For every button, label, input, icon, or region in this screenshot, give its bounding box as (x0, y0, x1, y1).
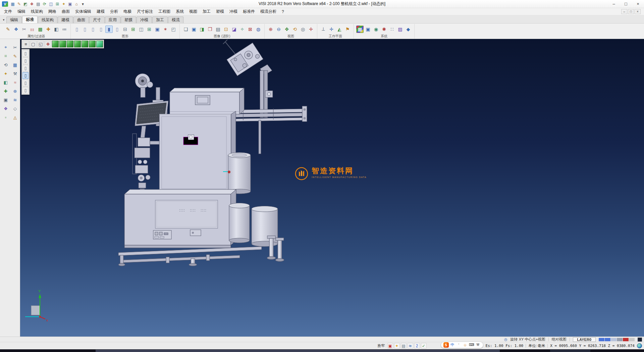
menu-item[interactable]: 线架构 (28, 8, 46, 15)
tool-icon[interactable]: ⟂ (320, 26, 327, 33)
tool-icon[interactable]: ◇ (11, 105, 19, 112)
tool-icon[interactable]: ◎ (299, 26, 307, 33)
layer-color-swatch[interactable] (611, 338, 616, 341)
tool-icon[interactable]: ✂ (20, 26, 28, 33)
menu-item[interactable]: 实体编辑 (72, 8, 94, 15)
tab[interactable]: 尺寸 (89, 16, 105, 23)
tool-icon[interactable]: ✚ (45, 26, 52, 33)
tab-overflow-caret-icon[interactable]: ▼ (1, 18, 6, 23)
clipboard-icon[interactable]: ▯ (22, 50, 29, 57)
tool-icon[interactable]: ⊡ (222, 26, 230, 33)
tool-icon[interactable]: ≋ (11, 96, 19, 103)
clipboard-icon[interactable]: ▯ (22, 72, 29, 79)
view-cube-active-icon[interactable] (96, 41, 103, 47)
tool-icon[interactable]: ▣ (2, 96, 9, 103)
tool-icon[interactable]: ⊞ (146, 26, 153, 33)
tab[interactable]: 冲模 (137, 16, 152, 23)
menu-item[interactable]: 视图 (186, 8, 200, 15)
layer-selector[interactable]: LAYER0 (573, 337, 596, 342)
menu-item[interactable]: ? (279, 9, 287, 15)
viewport-split-icon[interactable]: ◱ (37, 41, 44, 47)
tool-icon[interactable]: ✛ (328, 26, 335, 33)
layer-color-swatch[interactable] (605, 338, 610, 341)
absolute-view-label[interactable]: 绝对视图 (552, 337, 567, 342)
view-mode-icon[interactable]: ◎ (504, 337, 507, 342)
tool-icon[interactable]: ❏ (182, 26, 190, 33)
clipboard-icon[interactable]: ▯ (22, 80, 29, 86)
tool-icon[interactable]: ▣ (154, 26, 161, 33)
upper-cabinet[interactable] (170, 88, 244, 114)
tank-a[interactable] (229, 203, 250, 243)
tab[interactable]: 应用 (105, 16, 120, 23)
ime-toolbox-icon[interactable]: ⚒ (475, 342, 481, 348)
viewport-window-icon[interactable]: ▢ (30, 41, 37, 47)
qa-shade-icon[interactable]: ◩ (22, 1, 29, 7)
ime-punct-icon[interactable]: ’ (456, 342, 462, 348)
view-mode-label[interactable]: 旋转 XY 中心点+视图 (511, 337, 545, 342)
tool-icon[interactable]: ⊕ (267, 26, 274, 33)
top-bracket-assembly[interactable] (227, 43, 263, 76)
tool-icon[interactable]: ◪ (230, 26, 238, 33)
tool-icon[interactable]: ⚑ (344, 26, 351, 33)
view-cube-iso-2-icon[interactable] (59, 41, 66, 47)
tool-icon[interactable]: ▯ (97, 26, 105, 33)
menu-item[interactable]: 尺寸标注 (134, 8, 156, 15)
tool-icon[interactable]: ≈ (11, 79, 19, 86)
menu-item[interactable]: 文件 (1, 8, 15, 15)
status-flag-icon[interactable]: ▣ (387, 343, 393, 349)
globe-icon[interactable] (637, 343, 642, 348)
menu-item[interactable]: 曲面 (59, 8, 72, 15)
qa-home-icon[interactable]: ⌂ (73, 1, 79, 7)
tool-icon[interactable]: ⊠ (247, 26, 254, 33)
clipboard-icon[interactable]: ▯ (22, 65, 29, 72)
feeder-reel[interactable] (135, 74, 153, 97)
view-cube-iso-1-icon[interactable] (52, 41, 59, 47)
tool-icon[interactable]: ▩ (37, 26, 44, 33)
tool-icon[interactable]: ✦ (2, 70, 9, 77)
tool-icon[interactable]: ◰ (170, 26, 177, 33)
menu-item[interactable]: 塑模 (213, 8, 227, 15)
qa-layers-icon[interactable]: ▤ (35, 1, 41, 7)
clipboard-icon[interactable]: ▯ (22, 57, 29, 64)
tool-icon[interactable]: ◆ (405, 26, 412, 33)
qa-frame-icon[interactable]: ▣ (67, 1, 73, 7)
view-cube-side-icon[interactable] (82, 41, 88, 47)
tool-icon[interactable]: ❒ (206, 26, 214, 33)
tool-icon[interactable]: ✎ (4, 26, 12, 33)
close-button[interactable]: × (632, 0, 644, 8)
tab[interactable]: 线架构 (38, 16, 57, 23)
menu-item[interactable]: 系统 (173, 8, 186, 15)
tool-icon[interactable]: ▣ (364, 26, 372, 33)
tool-icon[interactable]: ▯ (81, 26, 89, 33)
menu-item[interactable]: 电极 (121, 8, 134, 15)
tool-icon[interactable]: ▮ (105, 26, 113, 33)
tool-icon[interactable]: ▫ (2, 114, 9, 121)
tool-icon[interactable]: ◫ (138, 26, 145, 33)
tool-icon[interactable]: ✎ (11, 52, 19, 60)
taskbar-tray[interactable] (550, 350, 590, 352)
tool-icon[interactable]: ⌗ (2, 52, 9, 60)
tool-icon[interactable]: ⊖ (275, 26, 282, 33)
menu-item[interactable]: 工程图 (156, 8, 173, 15)
tool-icon[interactable]: ⟲ (291, 26, 299, 33)
tab[interactable]: 曲面 (73, 16, 89, 23)
tool-icon[interactable]: ▯ (113, 26, 121, 33)
tool-icon[interactable]: ❖ (12, 26, 20, 33)
tool-icon[interactable]: ✧ (238, 26, 246, 33)
tool-icon[interactable]: ✂ (11, 44, 19, 51)
display-options-icon[interactable]: ≡ (22, 41, 29, 47)
tab[interactable]: 编辑 (6, 16, 22, 23)
lock-label[interactable]: 拴牢 (378, 343, 385, 348)
view-cube-back-icon[interactable] (89, 41, 96, 47)
qa-render-icon[interactable]: ❖ (29, 1, 35, 7)
menu-item[interactable]: 标准件 (240, 8, 258, 15)
tab[interactable]: 标准 (22, 16, 38, 23)
base-frame[interactable] (118, 247, 262, 266)
status-check-icon[interactable]: ✓ (421, 343, 427, 349)
tool-icon[interactable]: ◧ (53, 26, 60, 33)
menu-item[interactable]: 冲模 (227, 8, 240, 15)
color-grid-icon[interactable]: ▦ (356, 26, 364, 33)
qa-overflow-caret-icon[interactable]: ▾ (80, 1, 86, 7)
tool-icon[interactable]: ∷ (388, 26, 396, 33)
background-color-swatch[interactable] (638, 338, 642, 342)
